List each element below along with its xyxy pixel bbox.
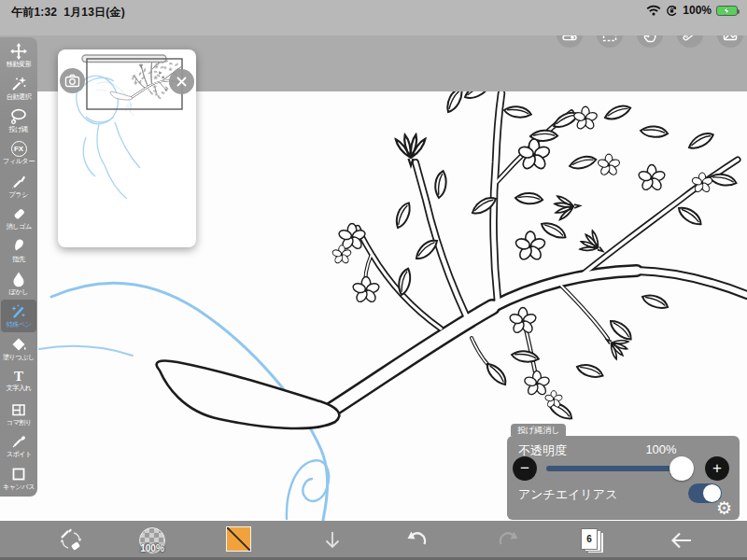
lasso-icon xyxy=(10,108,27,125)
back-arrow-icon xyxy=(669,528,694,553)
opacity-decrease-button[interactable]: − xyxy=(513,456,537,481)
bottom-toolbar: 100% 6 xyxy=(0,521,747,560)
sidebar-item-fill[interactable]: 塗りつぶし xyxy=(0,332,37,365)
layers-count-badge: 6 xyxy=(581,528,598,550)
sidebar-item-eyedropper[interactable]: スポイト xyxy=(0,429,37,462)
tool-settings-panel: 投げ縄消し 不透明度 100% − + アンチエイリアス ⚙ xyxy=(507,436,740,520)
sidebar-item-label: ぼかし xyxy=(9,288,28,295)
sidebar-item-label: 自動選択 xyxy=(7,93,32,100)
battery-charging-icon xyxy=(716,6,738,16)
finger-icon xyxy=(10,238,27,255)
tool-drawer-button[interactable] xyxy=(316,521,349,560)
sidebar-item-lasso[interactable]: 投げ縄 xyxy=(0,105,37,137)
camera-icon xyxy=(64,73,80,89)
sidebar-item-special-pen[interactable]: 特殊ペン xyxy=(1,300,36,332)
fill-bucket-icon xyxy=(10,336,27,353)
sidebar-item-auto-select[interactable]: 自動選択 xyxy=(0,72,37,105)
back-button[interactable] xyxy=(665,521,698,560)
tool-panel-tab: 投げ縄消し xyxy=(511,424,566,436)
sidebar-item-label: 移動変形 xyxy=(7,61,32,67)
sidebar-item-label: ブラシ xyxy=(9,191,28,198)
canvas-icon xyxy=(10,466,27,483)
brush-size-value: 100% xyxy=(132,543,173,553)
close-icon xyxy=(176,76,188,88)
sidebar-item-label: 投げ縄 xyxy=(9,126,28,133)
undo-button[interactable] xyxy=(400,521,433,560)
sidebar-item-label: 文字入れ xyxy=(7,385,32,391)
redo-button[interactable] xyxy=(492,521,526,560)
brush-icon xyxy=(10,174,27,190)
orientation-lock-icon xyxy=(666,5,678,17)
wifi-icon xyxy=(646,5,661,16)
sidebar-item-filter[interactable]: FX フィルター xyxy=(0,137,37,170)
sidebar-item-label: 特殊ペン xyxy=(7,321,32,328)
special-pen-icon xyxy=(10,303,27,320)
battery-percent: 100% xyxy=(683,4,712,17)
tool-sidebar: 移動変形 自動選択 投げ縄 FX フィルター ブラシ 消しゴム xyxy=(0,37,37,497)
gear-icon[interactable]: ⚙ xyxy=(716,497,732,518)
opacity-value: 100% xyxy=(638,442,684,456)
sidebar-item-label: コマ割り xyxy=(6,419,31,426)
panel-divide-icon xyxy=(10,401,27,418)
color-swatch[interactable] xyxy=(226,526,251,552)
opacity-increase-button[interactable]: + xyxy=(705,456,729,481)
close-button[interactable] xyxy=(169,69,194,94)
sidebar-item-text[interactable]: T 文字入れ xyxy=(0,365,37,398)
eyedropper-icon xyxy=(10,433,27,450)
status-date: 1月13日(金) xyxy=(63,6,125,19)
sidebar-item-label: 消しゴム xyxy=(6,224,31,231)
pen-eraser-swap-icon xyxy=(58,527,84,553)
eraser-icon xyxy=(10,205,27,222)
undo-icon xyxy=(404,528,429,553)
sidebar-item-label: キャンバス xyxy=(3,484,35,491)
antialias-label: アンチエイリアス xyxy=(518,486,617,503)
sidebar-item-label: 指先 xyxy=(12,257,24,263)
text-tool-icon: T xyxy=(14,370,23,384)
sidebar-item-panel-divide[interactable]: コマ割り xyxy=(0,397,37,429)
sidebar-item-finger[interactable]: 指先 xyxy=(0,234,37,267)
sidebar-item-canvas[interactable]: キャンバス xyxy=(0,462,37,495)
status-icons: 100% xyxy=(646,4,738,17)
sidebar-item-move-transform[interactable]: 移動変形 xyxy=(0,39,37,72)
sidebar-item-blur[interactable]: ぼかし xyxy=(0,267,37,300)
clock-and-date: 午前1:32 1月13日(金) xyxy=(11,5,125,21)
sidebar-item-brush[interactable]: ブラシ xyxy=(0,169,37,202)
navigator-panel xyxy=(58,49,196,247)
sidebar-item-label: 塗りつぶし xyxy=(3,354,35,360)
sidebar-item-label: スポイト xyxy=(6,452,31,458)
status-time: 午前1:32 xyxy=(11,6,57,19)
down-arrow-icon xyxy=(321,529,344,552)
opacity-slider-thumb[interactable] xyxy=(669,456,694,481)
blur-drop-icon xyxy=(10,271,27,287)
pen-eraser-swap-button[interactable] xyxy=(54,521,88,560)
sidebar-item-eraser[interactable]: 消しゴム xyxy=(0,202,37,234)
magic-wand-icon xyxy=(10,76,27,92)
fx-filter-icon: FX xyxy=(11,141,27,157)
sidebar-item-label: フィルター xyxy=(3,158,35,164)
layers-button[interactable]: 6 xyxy=(581,528,609,553)
status-bar: 午前1:32 1月13日(金) 100% xyxy=(0,0,747,35)
move-transform-icon xyxy=(10,43,27,60)
redo-icon xyxy=(497,528,521,553)
camera-button[interactable] xyxy=(60,68,85,93)
